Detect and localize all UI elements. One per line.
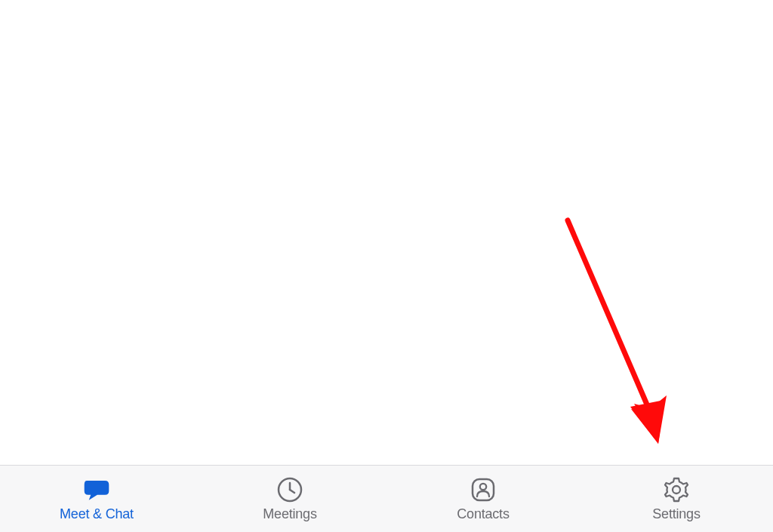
tab-label: Meet & Chat — [60, 506, 134, 522]
bottom-tab-bar: Meet & Chat Meetings Contacts — [0, 465, 773, 532]
tab-label: Settings — [652, 506, 700, 522]
person-icon — [470, 476, 497, 503]
gear-icon — [663, 476, 690, 503]
tab-meet-and-chat[interactable]: Meet & Chat — [0, 466, 193, 532]
chat-bubble-icon — [83, 476, 110, 503]
svg-point-9 — [673, 486, 680, 494]
tab-contacts[interactable]: Contacts — [386, 466, 580, 532]
tab-label: Meetings — [263, 506, 316, 522]
main-content-area — [0, 0, 773, 465]
tab-meetings[interactable]: Meetings — [193, 466, 386, 532]
tab-label: Contacts — [457, 506, 509, 522]
svg-line-6 — [290, 490, 294, 493]
svg-point-8 — [480, 483, 486, 489]
tab-settings[interactable]: Settings — [580, 466, 773, 532]
clock-icon — [276, 476, 303, 503]
